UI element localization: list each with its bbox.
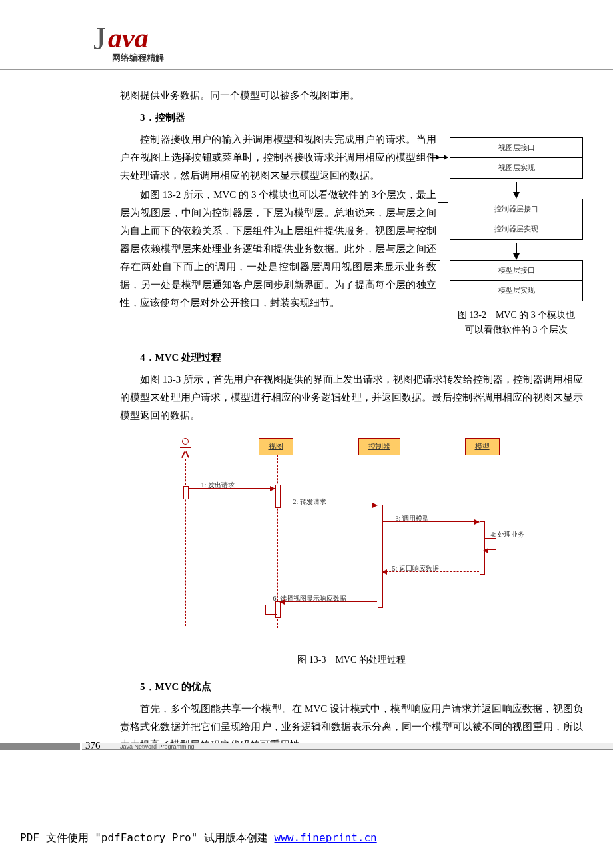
figure-13-3-caption: 图 13-3 MVC 的处理过程 <box>120 651 583 668</box>
view-layer: 视图层接口 视图层实现 <box>450 137 583 179</box>
controller-interface: 控制器层接口 <box>450 199 582 219</box>
heading-mvc-process: 4．MVC 处理过程 <box>140 349 583 367</box>
figure-13-2: 视图层接口 视图层实现 控制器层接口 控制器层实现 模型层接口 模型层实现 图 … <box>450 137 583 338</box>
lifeline-user <box>185 459 186 626</box>
caption-line-1: 图 13-2 MVC 的 3 个模块也 <box>450 308 583 323</box>
pdf-watermark: PDF 文件使用 "pdfFactory Pro" 试用版本创建 www.fin… <box>20 829 377 848</box>
view-head: 视图 <box>259 438 293 455</box>
lifeline-model <box>482 455 482 628</box>
arrow-1 <box>450 182 583 199</box>
msg-3-label: 3: 调用模型 <box>396 513 429 525</box>
activation-controller <box>378 505 383 608</box>
paragraph-1: 视图提供业务数据。同一个模型可以被多个视图重用。 <box>120 87 583 105</box>
model-head: 模型 <box>465 438 500 455</box>
footer-running-text: Java Netword Programming <box>120 741 195 752</box>
arrow-2 <box>450 243 583 260</box>
figure-13-3-sequence: 视图 控制器 模型 1: 发出请求 2: 转发请求 <box>172 438 532 638</box>
caption-line-2: 可以看做软件的 3 个层次 <box>450 323 583 337</box>
lifeline-controller <box>380 455 380 628</box>
model-impl: 模型层实现 <box>450 281 582 301</box>
actor-view: 视图 <box>259 438 293 455</box>
pdf-link[interactable]: www.fineprint.cn <box>275 831 377 844</box>
msg-2-label: 2: 转发请求 <box>293 496 326 508</box>
msg-1-label: 1: 发出请求 <box>201 479 235 491</box>
msg-6: 6: 选择视图显示响应数据 <box>280 601 377 602</box>
msg-5-label: 5: 返回响应数据 <box>392 563 439 575</box>
user-icon <box>179 438 192 458</box>
msg-3: 3: 调用模型 <box>382 521 479 522</box>
actor-controller: 控制器 <box>358 438 400 455</box>
pdf-prefix: PDF 文件使用 "pdfFactory Pro" 试用版本创建 <box>20 831 275 844</box>
actor-model: 模型 <box>465 438 500 455</box>
logo-j: J <box>93 10 106 67</box>
page-number: 376 <box>85 737 101 755</box>
footer-dark-block <box>0 743 80 750</box>
figure-13-2-caption: 图 13-2 MVC 的 3 个模块也 可以看做软件的 3 个层次 <box>450 308 583 338</box>
feedback-arrow-2 <box>430 157 440 261</box>
self-loop-view <box>265 605 277 615</box>
view-interface: 视图层接口 <box>450 138 582 158</box>
page-content: 视图提供业务数据。同一个模型可以被多个视图重用。 3．控制器 视图层接口 视图层… <box>0 70 613 754</box>
controller-impl: 控制器层实现 <box>450 219 582 239</box>
model-layer: 模型层接口 模型层实现 <box>450 260 583 301</box>
actor-user <box>172 438 199 458</box>
controller-head: 控制器 <box>358 438 400 455</box>
controller-layer: 控制器层接口 控制器层实现 <box>450 199 583 240</box>
paragraph-4: 如图 13-3 所示，首先用户在视图提供的界面上发出请求，视图把请求转发给控制器… <box>120 371 583 425</box>
model-interface: 模型层接口 <box>450 261 582 281</box>
page-header: J ava 网络编程精解 <box>0 0 613 70</box>
layer-diagram: 视图层接口 视图层实现 控制器层接口 控制器层实现 模型层接口 模型层实现 <box>450 137 583 301</box>
msg-2: 2: 转发请求 <box>280 505 377 505</box>
msg-1: 1: 发出请求 <box>188 488 275 489</box>
view-impl: 视图层实现 <box>450 158 582 178</box>
msg-5: 5: 返回响应数据 <box>382 571 479 572</box>
heading-mvc-advantages: 5．MVC 的优点 <box>140 678 583 696</box>
logo-subtitle: 网络编程精解 <box>112 50 164 65</box>
heading-controller: 3．控制器 <box>140 109 583 127</box>
